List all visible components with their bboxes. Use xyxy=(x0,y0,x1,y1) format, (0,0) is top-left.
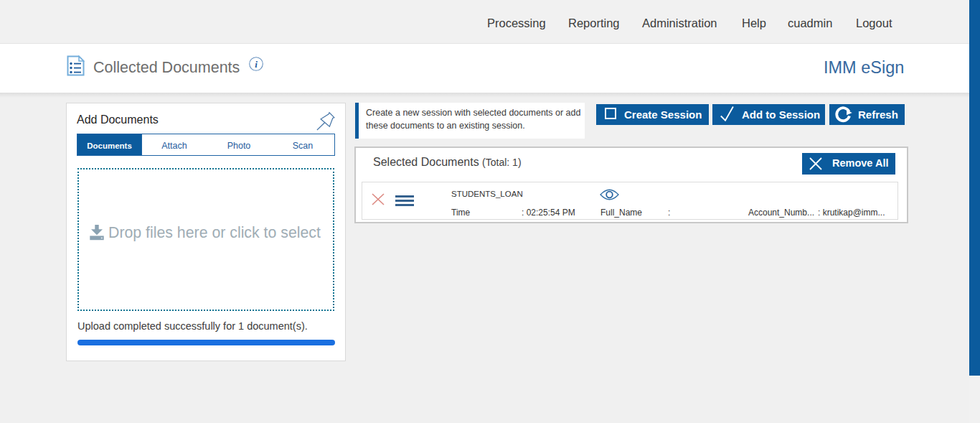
svg-text:i: i xyxy=(255,59,258,70)
